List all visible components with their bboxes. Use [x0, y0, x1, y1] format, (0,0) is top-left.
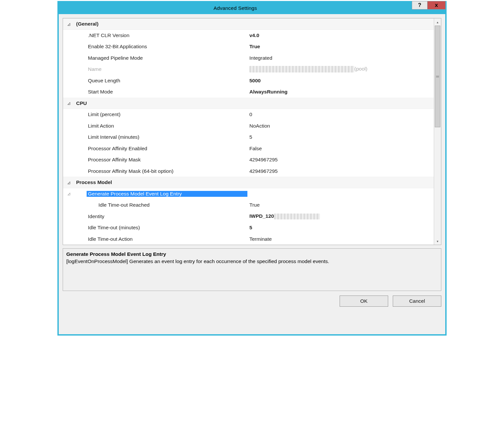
category-process-model[interactable]: ◿ Process Model: [63, 177, 434, 188]
scroll-down-icon[interactable]: ▾: [434, 237, 441, 245]
prop-label: Name: [75, 66, 247, 72]
prop-label: Limit Interval (minutes): [75, 134, 247, 140]
row-idle-timeout-reached[interactable]: Idle Time-out Reached True: [63, 199, 434, 211]
button-label: Cancel: [409, 298, 425, 304]
prop-value[interactable]: 4294967295: [247, 168, 434, 174]
prop-value[interactable]: 0: [247, 112, 434, 117]
prop-label: Idle Time-out Action: [75, 236, 247, 242]
advanced-settings-dialog: Advanced Settings ? x ◿ (General) .NET C…: [57, 1, 447, 336]
prop-label: Idle Time-out (minutes): [75, 225, 247, 231]
collapse-icon[interactable]: ◿: [63, 192, 75, 195]
button-label: OK: [360, 298, 368, 304]
category-general[interactable]: ◿ (General): [63, 18, 434, 30]
scroll-thumb[interactable]: [435, 26, 440, 127]
scroll-up-icon[interactable]: ▴: [434, 18, 441, 26]
row-idle-timeout[interactable]: Idle Time-out (minutes) 5: [63, 222, 434, 234]
description-body: [logEventOnProcessModel] Generates an ev…: [66, 257, 438, 264]
prop-label: Enable 32-Bit Applications: [75, 44, 247, 50]
prop-value[interactable]: AlwaysRunning: [247, 89, 434, 95]
row-affinity-mask[interactable]: Processor Affinity Mask 4294967295: [63, 154, 434, 166]
description-panel: Generate Process Model Event Log Entry […: [63, 248, 441, 291]
titlebar: Advanced Settings ? x: [59, 2, 445, 14]
prop-value[interactable]: False: [247, 146, 434, 152]
close-icon: x: [435, 2, 438, 9]
category-cpu[interactable]: ◿ CPU: [63, 98, 434, 109]
category-label: (General): [75, 21, 247, 27]
row-limit-action[interactable]: Limit Action NoAction: [63, 120, 434, 132]
prop-value[interactable]: 5: [247, 225, 434, 231]
redacted-text: [249, 66, 354, 72]
row-enable-32bit[interactable]: Enable 32-Bit Applications True: [63, 41, 434, 52]
prop-label: Generate Process Model Event Log Entry: [87, 191, 247, 197]
prop-value[interactable]: True: [247, 44, 434, 50]
prop-label: .NET CLR Version: [75, 32, 247, 38]
collapse-icon[interactable]: ◿: [63, 181, 75, 184]
prop-value[interactable]: v4.0: [247, 32, 434, 38]
ok-button[interactable]: OK: [340, 296, 388, 307]
row-limit[interactable]: Limit (percent) 0: [63, 109, 434, 120]
prop-value[interactable]: 5: [247, 134, 434, 140]
prop-value: (pool): [247, 66, 434, 72]
prop-value[interactable]: 5000: [247, 78, 434, 84]
row-affinity-mask-64[interactable]: Processor Affinity Mask (64-bit option) …: [63, 166, 434, 177]
row-affinity-enabled[interactable]: Processor Affinity Enabled False: [63, 143, 434, 154]
prop-label: Processor Affinity Mask (64-bit option): [75, 168, 247, 174]
row-identity[interactable]: Identity IWPD_120: [63, 211, 434, 222]
prop-label: Limit Action: [75, 123, 247, 129]
dialog-title: Advanced Settings: [59, 5, 412, 11]
prop-label: Identity: [75, 214, 247, 219]
prop-label: Start Mode: [75, 89, 247, 95]
row-pipeline-mode[interactable]: Managed Pipeline Mode Integrated: [63, 52, 434, 64]
prop-label: Queue Length: [75, 78, 247, 84]
prop-value-prefix: IWPD_120: [249, 213, 274, 219]
close-button[interactable]: x: [427, 1, 446, 10]
prop-value[interactable]: True: [247, 202, 434, 208]
collapse-icon[interactable]: ◿: [63, 22, 75, 26]
description-title: Generate Process Model Event Log Entry: [66, 251, 438, 257]
redacted-text: [274, 214, 320, 219]
help-button[interactable]: ?: [412, 1, 428, 10]
scrollbar[interactable]: ▴ ▾: [434, 18, 441, 245]
row-name[interactable]: Name (pool): [63, 64, 434, 75]
prop-value[interactable]: 4294967295: [247, 157, 434, 163]
category-label: Process Model: [75, 179, 247, 185]
prop-label: Processor Affinity Mask: [75, 157, 247, 163]
row-queue-length[interactable]: Queue Length 5000: [63, 75, 434, 87]
prop-label: Processor Affinity Enabled: [75, 146, 247, 152]
help-icon: ?: [418, 2, 421, 8]
collapse-icon[interactable]: ◿: [63, 101, 75, 105]
prop-label: Idle Time-out Reached: [75, 202, 247, 208]
prop-value[interactable]: IWPD_120: [247, 213, 434, 219]
row-generate-event-log[interactable]: ◿ Generate Process Model Event Log Entry: [63, 188, 434, 200]
row-idle-timeout-action[interactable]: Idle Time-out Action Terminate: [63, 234, 434, 245]
prop-value[interactable]: Terminate: [247, 236, 434, 242]
cancel-button[interactable]: Cancel: [393, 296, 441, 307]
row-start-mode[interactable]: Start Mode AlwaysRunning: [63, 86, 434, 98]
prop-value-suffix: (pool): [354, 66, 368, 72]
row-limit-interval[interactable]: Limit Interval (minutes) 5: [63, 132, 434, 143]
prop-value[interactable]: NoAction: [247, 123, 434, 129]
row-clr-version[interactable]: .NET CLR Version v4.0: [63, 30, 434, 41]
prop-label: Managed Pipeline Mode: [75, 55, 247, 61]
prop-label: Limit (percent): [75, 112, 247, 117]
category-label: CPU: [75, 100, 247, 106]
property-grid: ◿ (General) .NET CLR Version v4.0 Enable…: [63, 18, 441, 245]
prop-value[interactable]: Integrated: [247, 55, 434, 61]
